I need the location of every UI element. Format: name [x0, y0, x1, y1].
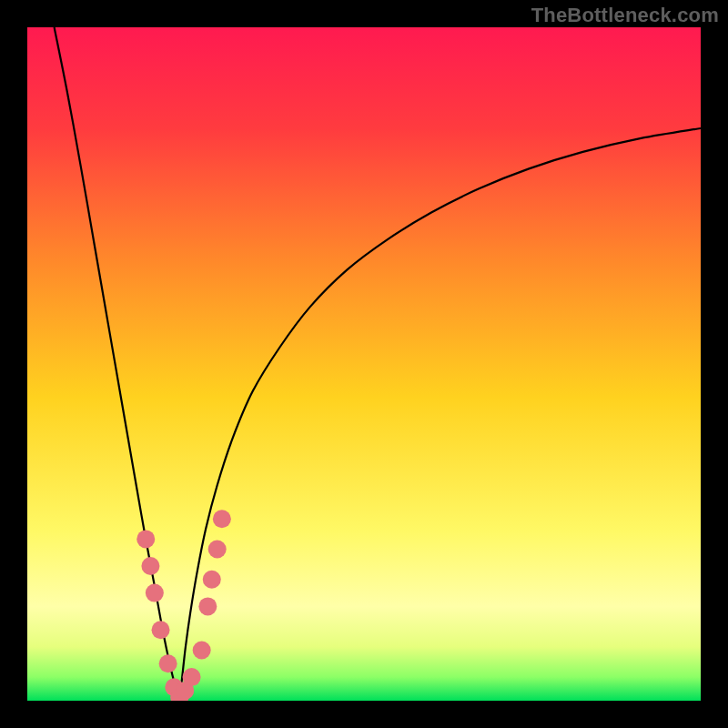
- marker-dot: [183, 668, 201, 686]
- marker-dot: [213, 510, 231, 528]
- marker-dot: [159, 654, 177, 672]
- chart-frame: TheBottleneck.com: [0, 0, 728, 728]
- gradient-background: [27, 27, 701, 701]
- marker-dot: [203, 571, 221, 589]
- marker-dot: [198, 597, 217, 615]
- marker-dot: [146, 584, 164, 602]
- marker-dot: [136, 530, 155, 548]
- marker-dot: [208, 541, 227, 559]
- chart-svg: [27, 27, 701, 701]
- plot-area: [27, 27, 701, 701]
- marker-dot: [193, 642, 211, 660]
- marker-dot: [141, 557, 159, 575]
- marker-dot: [152, 621, 170, 639]
- watermark-text: TheBottleneck.com: [531, 4, 719, 27]
